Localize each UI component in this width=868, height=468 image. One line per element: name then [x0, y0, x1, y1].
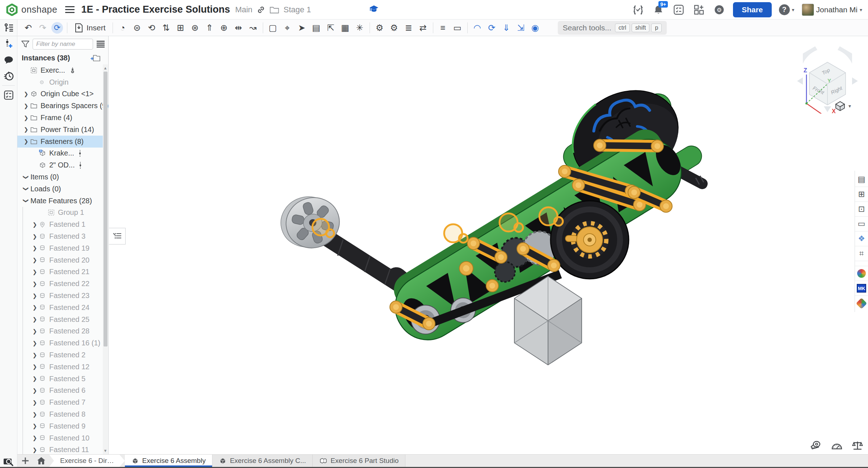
revolute-mate-button[interactable]: ⟲	[144, 20, 159, 35]
undo-button[interactable]: ↶	[21, 20, 35, 35]
ball-mate-button[interactable]: ⊛	[188, 20, 202, 35]
follow-checklist-button[interactable]	[0, 87, 17, 103]
chevron-right-icon[interactable]: ❯	[30, 447, 39, 453]
tab-exercise6-assembly[interactable]: Exercise 6 Assembly	[125, 455, 212, 467]
workspace-name[interactable]: Stage 1	[283, 5, 311, 14]
link-icon[interactable]	[257, 5, 265, 14]
linked-documents-panel-button[interactable]: ⊡	[855, 202, 868, 217]
tape-measure-icon[interactable]	[810, 441, 822, 451]
insert-button[interactable]: Insert	[70, 20, 110, 35]
tangent-mate-button[interactable]: ↝	[246, 20, 260, 35]
scrollbar-thumb[interactable]	[104, 72, 108, 346]
mate-connector-button[interactable]: ⌖	[280, 20, 295, 35]
sidebar-scrollbar[interactable]: ▲ ▼	[103, 64, 108, 454]
feature-script-icon[interactable]	[632, 3, 645, 16]
insert-parts-button[interactable]: ▤	[309, 20, 324, 35]
chevron-right-icon[interactable]: ❯	[30, 293, 39, 299]
tree-item-fastened-11[interactable]: ❯Fastened 11	[17, 444, 103, 455]
learning-center-icon[interactable]: ⚙	[713, 3, 726, 16]
protractor-icon[interactable]	[831, 441, 843, 450]
scroll-up-icon[interactable]: ▲	[103, 66, 108, 70]
animate-rotate-button[interactable]: ◠	[470, 20, 485, 35]
slider-mate-button[interactable]: ⇅	[159, 20, 173, 35]
screw-relation-button[interactable]: ⇄	[416, 20, 430, 35]
chevron-down-icon[interactable]: ❯	[23, 173, 29, 182]
tree-item-fastened-22[interactable]: ❯Fastened 22	[17, 278, 103, 290]
chevron-right-icon[interactable]: ❯	[22, 91, 30, 97]
animate-spin-button[interactable]: ⟳	[485, 20, 499, 35]
new-tab-button[interactable]	[17, 455, 33, 467]
appearance-panel-button[interactable]: ❖	[855, 231, 868, 246]
tree-item-kraken-part[interactable]: Krake...	[17, 148, 103, 159]
tree-item-exercise-assembly[interactable]: Exerc...	[17, 64, 103, 76]
tree-item-mate-features-section[interactable]: ❯Mate Features (28)	[17, 195, 103, 207]
tree-item-bearings-spacers-folder[interactable]: ❯Bearings Spacers (9)	[17, 100, 103, 112]
tree-item-fasteners-folder[interactable]: ❯Fasteners (8)	[17, 136, 103, 148]
onshape-logo[interactable]: onshape	[6, 4, 57, 16]
chevron-right-icon[interactable]: ❯	[30, 399, 39, 406]
tree-item-group-1[interactable]: Group 1	[17, 207, 103, 219]
chevron-right-icon[interactable]: ❯	[30, 363, 39, 370]
tree-item-fastened-8[interactable]: ❯Fastened 8	[17, 408, 103, 420]
apps-grid-icon[interactable]	[692, 3, 705, 16]
tree-item-power-train-folder[interactable]: ❯Power Train (14)	[17, 124, 103, 136]
chevron-right-icon[interactable]: ❯	[30, 340, 39, 346]
tree-item-items-section[interactable]: ❯Items (0)	[17, 171, 103, 183]
redo-button[interactable]: ↷	[35, 20, 50, 35]
tree-item-fastened-19[interactable]: ❯Fastened 19	[17, 242, 103, 254]
main-menu-icon[interactable]	[65, 6, 75, 13]
chevron-down-icon[interactable]: ❯	[23, 196, 29, 205]
chevron-right-icon[interactable]: ❯	[30, 375, 39, 382]
named-views-button[interactable]: ◉	[528, 20, 543, 35]
standoff-fastener[interactable]	[594, 139, 663, 152]
chevron-right-icon[interactable]: ❯	[22, 126, 30, 133]
group-parts-button[interactable]: ▢	[266, 20, 280, 35]
search-in-graphics-button[interactable]	[0, 457, 17, 467]
chevron-right-icon[interactable]: ❯	[22, 103, 30, 109]
tree-item-fastened-2[interactable]: ❯Fastened 2	[17, 349, 103, 361]
configurations-button[interactable]: ▭	[450, 20, 465, 35]
search-tools-box[interactable]: Search tools... ctrlshiftp	[558, 21, 667, 35]
tree-item-fastened-21[interactable]: ❯Fastened 21	[17, 266, 103, 278]
filter-input[interactable]	[33, 39, 93, 50]
tree-item-fastened-1[interactable]: ❯Fastened 1	[17, 218, 103, 230]
app-color-wheel-button[interactable]	[855, 266, 868, 281]
tree-item-fastened-7[interactable]: ❯Fastened 7	[17, 396, 103, 408]
tree-item-fastened-20[interactable]: ❯Fastened 20	[17, 254, 103, 266]
feature-list-panel-button[interactable]: ▤	[855, 172, 868, 187]
tree-item-fastened-9[interactable]: ❯Fastened 9	[17, 420, 103, 432]
dof-icon[interactable]	[79, 150, 81, 157]
animate-collapse-button[interactable]: ⇲	[514, 20, 528, 35]
tree-item-origin[interactable]: Origin	[17, 76, 103, 88]
chevron-right-icon[interactable]: ❯	[30, 281, 39, 287]
versions-history-button[interactable]	[0, 68, 17, 84]
chevron-right-icon[interactable]: ❯	[30, 387, 39, 394]
chevron-right-icon[interactable]: ❯	[30, 435, 39, 441]
cam-relation-button[interactable]: ⚙	[387, 20, 401, 35]
chevron-right-icon[interactable]: ❯	[30, 411, 39, 418]
tab-exercise6-directory[interactable]: Exercise 6 - Dir…	[49, 455, 125, 467]
linear-pattern-button[interactable]: ▦	[338, 20, 353, 35]
fastened-mate-button[interactable]: ⊜	[130, 20, 144, 35]
tree-item-fastened-3[interactable]: ❯Fastened 3	[17, 230, 103, 242]
exploded-view-button[interactable]: ✳	[353, 20, 367, 35]
assembly-model[interactable]	[109, 36, 868, 454]
chevron-right-icon[interactable]: ❯	[22, 138, 30, 145]
account-menu[interactable]: Jonathan Mi ▾	[802, 4, 862, 16]
filter-funnel-icon[interactable]	[21, 40, 30, 48]
anchor-icon[interactable]	[69, 67, 76, 73]
tree-item-fastened-12[interactable]: ❯Fastened 12	[17, 361, 103, 373]
pin-slot-mate-button[interactable]: ⊕	[217, 20, 231, 35]
tree-item-frame-folder[interactable]: ❯Frame (4)	[17, 112, 103, 124]
tree-item-fastened-6[interactable]: ❯Fastened 6	[17, 385, 103, 397]
chevron-right-icon[interactable]: ❯	[30, 304, 39, 311]
configurations-panel-button[interactable]: ⊞	[855, 187, 868, 202]
mate-button[interactable]: ◔	[115, 20, 130, 35]
help-menu[interactable]: ? ▾	[779, 4, 795, 15]
app-mk-button[interactable]: MK	[855, 281, 868, 296]
chevron-right-icon[interactable]: ❯	[30, 257, 39, 263]
rollback-sync-button[interactable]: ⟳	[50, 20, 64, 35]
chevron-right-icon[interactable]: ❯	[30, 316, 39, 323]
tree-flyout-handle[interactable]	[109, 228, 126, 244]
planar-mate-button[interactable]: ⊞	[173, 20, 188, 35]
